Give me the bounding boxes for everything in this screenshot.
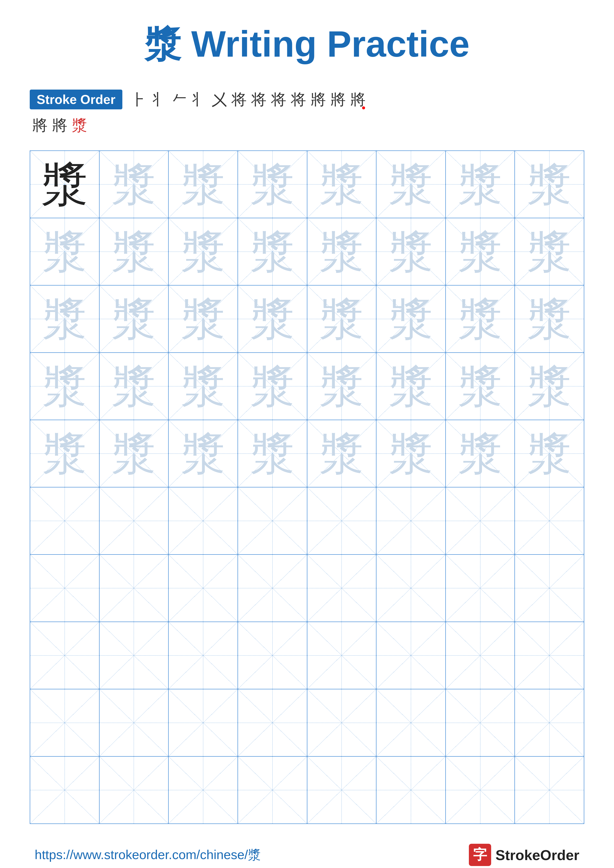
- char-guide: 漿: [42, 222, 87, 282]
- grid-cell-8-6[interactable]: [376, 622, 446, 689]
- grid-cell-10-4[interactable]: [238, 756, 307, 823]
- grid-cell-8-5[interactable]: [307, 622, 377, 689]
- grid-cell-2-2[interactable]: 漿: [99, 218, 169, 285]
- grid-cell-6-8[interactable]: [515, 487, 584, 554]
- grid-cell-6-2[interactable]: [99, 487, 169, 554]
- grid-cell-2-8[interactable]: 漿: [515, 218, 584, 285]
- grid-cell-8-4[interactable]: [238, 622, 307, 689]
- grid-cell-8-1[interactable]: [30, 622, 99, 689]
- grid-cell-2-7[interactable]: 漿: [446, 218, 515, 285]
- char-guide: 漿: [527, 222, 572, 282]
- grid-cell-10-2[interactable]: [99, 756, 169, 823]
- grid-cell-4-4[interactable]: 漿: [238, 353, 307, 420]
- grid-cell-1-7[interactable]: 漿: [446, 151, 515, 218]
- grid-cell-9-4[interactable]: [238, 689, 307, 756]
- grid-cell-4-7[interactable]: 漿: [446, 353, 515, 420]
- grid-cell-9-5[interactable]: [307, 689, 377, 756]
- grid-cell-1-5[interactable]: 漿: [307, 151, 377, 218]
- grid-cell-10-7[interactable]: [446, 756, 515, 823]
- grid-cell-4-2[interactable]: 漿: [99, 353, 169, 420]
- grid-cell-6-3[interactable]: [169, 487, 238, 554]
- page-title: 漿 Writing Practice: [145, 20, 469, 69]
- grid-cell-8-2[interactable]: [99, 622, 169, 689]
- grid-cell-4-8[interactable]: 漿: [515, 353, 584, 420]
- grid-cell-7-5[interactable]: [307, 555, 377, 622]
- grid-cell-5-3[interactable]: 漿: [169, 420, 238, 487]
- grid-cell-10-5[interactable]: [307, 756, 377, 823]
- grid-cell-9-7[interactable]: [446, 689, 515, 756]
- grid-cell-7-3[interactable]: [169, 555, 238, 622]
- grid-cell-5-5[interactable]: 漿: [307, 420, 377, 487]
- grid-cell-5-7[interactable]: 漿: [446, 420, 515, 487]
- grid-cell-6-1[interactable]: [30, 487, 99, 554]
- footer-url[interactable]: https://www.strokeorder.com/chinese/漿: [35, 846, 261, 863]
- grid-cell-7-2[interactable]: [99, 555, 169, 622]
- grid-cell-1-2[interactable]: 漿: [99, 151, 169, 218]
- stroke-13: 將: [32, 115, 48, 136]
- grid-cell-8-3[interactable]: [169, 622, 238, 689]
- grid-cell-5-4[interactable]: 漿: [238, 420, 307, 487]
- footer: https://www.strokeorder.com/chinese/漿 字 …: [30, 844, 584, 866]
- grid-cell-9-1[interactable]: [30, 689, 99, 756]
- char-guide: 漿: [527, 356, 572, 416]
- grid-cell-10-3[interactable]: [169, 756, 238, 823]
- grid-cell-1-8[interactable]: 漿: [515, 151, 584, 218]
- grid-cell-1-6[interactable]: 漿: [376, 151, 446, 218]
- grid-cell-4-3[interactable]: 漿: [169, 353, 238, 420]
- grid-cell-2-1[interactable]: 漿: [30, 218, 99, 285]
- grid-cell-7-8[interactable]: [515, 555, 584, 622]
- grid-cell-5-2[interactable]: 漿: [99, 420, 169, 487]
- char-guide: 漿: [389, 424, 433, 484]
- page: 漿 Writing Practice Stroke Order ⺊ 丬 𠂉 丬 …: [0, 0, 614, 868]
- grid-cell-1-4[interactable]: 漿: [238, 151, 307, 218]
- grid-cell-3-7[interactable]: 漿: [446, 285, 515, 352]
- grid-cell-7-7[interactable]: [446, 555, 515, 622]
- grid-cell-9-8[interactable]: [515, 689, 584, 756]
- grid-cell-3-3[interactable]: 漿: [169, 285, 238, 352]
- grid-cell-2-6[interactable]: 漿: [376, 218, 446, 285]
- grid-cell-5-1[interactable]: 漿: [30, 420, 99, 487]
- grid-cell-9-2[interactable]: [99, 689, 169, 756]
- brand-icon: 字: [469, 844, 491, 866]
- grid-cell-10-1[interactable]: [30, 756, 99, 823]
- grid-cell-4-5[interactable]: 漿: [307, 353, 377, 420]
- grid-cell-3-4[interactable]: 漿: [238, 285, 307, 352]
- grid-cell-7-1[interactable]: [30, 555, 99, 622]
- grid-cell-8-7[interactable]: [446, 622, 515, 689]
- grid-cell-1-3[interactable]: 漿: [169, 151, 238, 218]
- char-guide: 漿: [250, 356, 295, 416]
- grid-cell-3-5[interactable]: 漿: [307, 285, 377, 352]
- grid-cell-2-3[interactable]: 漿: [169, 218, 238, 285]
- grid-cell-3-2[interactable]: 漿: [99, 285, 169, 352]
- grid-cell-6-4[interactable]: [238, 487, 307, 554]
- grid-row-3: 漿 漿 漿 漿 漿 漿 漿: [30, 285, 584, 353]
- grid-cell-7-6[interactable]: [376, 555, 446, 622]
- grid-cell-7-4[interactable]: [238, 555, 307, 622]
- char-guide: 漿: [42, 289, 87, 349]
- grid-cell-4-1[interactable]: 漿: [30, 353, 99, 420]
- grid-cell-2-4[interactable]: 漿: [238, 218, 307, 285]
- grid-cell-6-5[interactable]: [307, 487, 377, 554]
- stroke-order-badge: Stroke Order: [30, 90, 122, 109]
- grid-cell-6-7[interactable]: [446, 487, 515, 554]
- grid-cell-6-6[interactable]: [376, 487, 446, 554]
- stroke-5: 㐅: [211, 89, 227, 110]
- grid-cell-10-6[interactable]: [376, 756, 446, 823]
- grid-cell-4-6[interactable]: 漿: [376, 353, 446, 420]
- grid-cell-8-8[interactable]: [515, 622, 584, 689]
- grid-cell-10-8[interactable]: [515, 756, 584, 823]
- char-guide: 漿: [458, 289, 502, 349]
- char-guide: 漿: [42, 356, 87, 416]
- grid-cell-9-3[interactable]: [169, 689, 238, 756]
- grid-cell-5-6[interactable]: 漿: [376, 420, 446, 487]
- stroke-9: 将: [291, 89, 306, 110]
- grid-cell-1-1[interactable]: 漿: [30, 151, 99, 218]
- grid-cell-3-1[interactable]: 漿: [30, 285, 99, 352]
- grid-cell-9-6[interactable]: [376, 689, 446, 756]
- grid-row-4: 漿 漿 漿 漿 漿 漿 漿: [30, 353, 584, 420]
- grid-cell-5-8[interactable]: 漿: [515, 420, 584, 487]
- grid-cell-2-5[interactable]: 漿: [307, 218, 377, 285]
- grid-cell-3-6[interactable]: 漿: [376, 285, 446, 352]
- grid-row-5: 漿 漿 漿 漿 漿 漿 漿: [30, 420, 584, 487]
- grid-cell-3-8[interactable]: 漿: [515, 285, 584, 352]
